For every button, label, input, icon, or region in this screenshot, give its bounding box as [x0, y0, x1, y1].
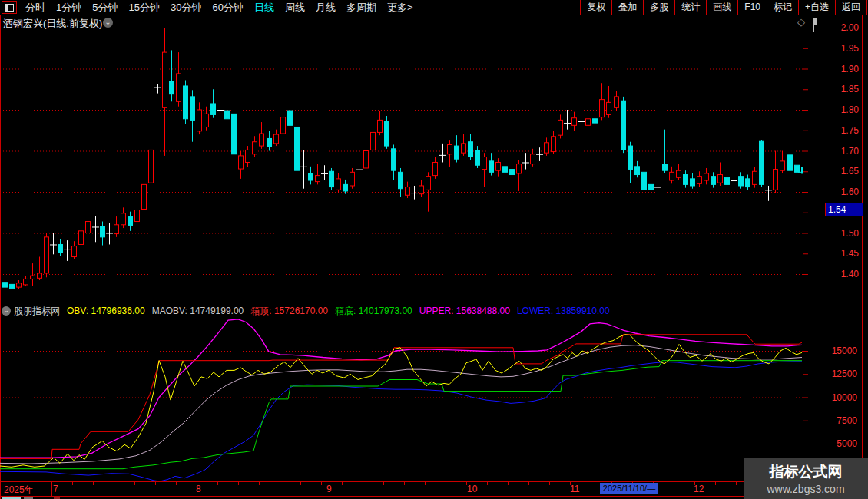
price-label: 1.65 — [805, 166, 859, 177]
period-tab-8[interactable]: 周线 — [280, 0, 310, 15]
obv-line — [0, 335, 802, 468]
indicator-source-label[interactable]: 股朋指标网 — [14, 305, 60, 318]
price-label: 1.40 — [805, 269, 859, 279]
selected-date-label: 2025/11/10/— — [600, 483, 658, 494]
price-label: 1.75 — [805, 125, 859, 136]
toolbar-buttons: 复权叠加多股统计画线F10标记+自选返回 — [580, 0, 867, 15]
toolbar-button-4[interactable]: 统计 — [674, 0, 706, 15]
period-tab-3[interactable]: 5分钟 — [87, 0, 123, 15]
chart-title: 酒钢宏兴(日线.前复权) — [3, 17, 102, 31]
app-window: 分时1分钟5分钟15分钟30分钟60分钟日线周线月线多周期更多> 复权叠加多股统… — [0, 0, 868, 499]
period-tab-11[interactable]: 更多> — [382, 0, 419, 15]
period-tab-7[interactable]: 日线 — [249, 0, 280, 15]
price-label: 1.60 — [805, 187, 859, 197]
legend-item-obv: OBV: 14796936.00 — [67, 306, 145, 316]
price-label: 1.80 — [805, 104, 859, 115]
period-tab-4[interactable]: 15分钟 — [123, 0, 164, 15]
period-tab-5[interactable]: 30分钟 — [165, 0, 207, 15]
upper-line — [0, 319, 802, 458]
price-label: 1.95 — [805, 43, 859, 54]
toolbar-button-2[interactable]: 叠加 — [611, 0, 643, 15]
indicator-value-label: 7500 — [805, 415, 857, 426]
legend-item-箱底: 箱底: 14017973.00 — [335, 305, 412, 318]
indicator-legend: ⌄ 股朋指标网 OBV: 14796936.00MAOBV: 14749199.… — [2, 306, 617, 316]
watermark-title: 指标公式网 — [744, 462, 868, 482]
legend-item-箱顶: 箱顶: 15726170.00 — [250, 305, 328, 318]
year-label: 2025年 — [4, 484, 34, 497]
price-label: 1.50 — [805, 228, 859, 239]
top-menu-bar: 分时1分钟5分钟15分钟30分钟60分钟日线周线月线多周期更多> 复权叠加多股统… — [0, 0, 868, 15]
indicator-lines-layer — [0, 319, 802, 481]
candles-layer — [3, 28, 807, 291]
toolbar-button-9[interactable]: 返回 — [835, 0, 867, 15]
month-label-10: 10 — [467, 484, 477, 494]
watermark-url: www.zbgs3.com — [744, 483, 868, 495]
indicator-value-label: 12500 — [805, 368, 857, 379]
price-label: 1.85 — [805, 84, 859, 94]
price-label: 1.90 — [805, 64, 859, 74]
price-label: 1.45 — [805, 248, 859, 259]
period-tab-9[interactable]: 月线 — [310, 0, 341, 15]
boxtop-line — [0, 335, 802, 459]
price-label: 2.00 — [805, 22, 859, 33]
window-layout-icon[interactable] — [2, 1, 17, 14]
diamond-icon[interactable]: ◇ — [797, 16, 805, 28]
month-label-11: 11 — [570, 484, 579, 494]
legend-item-lower: LOWER: 13859910.00 — [517, 306, 610, 316]
toolbar-button-8[interactable]: +自选 — [798, 0, 835, 15]
price-label: 1.70 — [805, 146, 859, 157]
month-label-8: 8 — [196, 484, 201, 494]
period-tabs: 分时1分钟5分钟15分钟30分钟60分钟日线周线月线多周期更多> — [20, 0, 418, 15]
month-label-7: 7 — [53, 484, 58, 494]
toolbar-button-7[interactable]: 标记 — [767, 0, 798, 15]
period-tab-6[interactable]: 60分钟 — [207, 0, 248, 15]
legend-item-maobv: MAOBV: 14749199.00 — [152, 306, 244, 316]
date-axis: 2025年 2025/11/10/— 789101112 — [0, 482, 862, 496]
period-tab-2[interactable]: 1分钟 — [51, 0, 87, 15]
toolbar-button-1[interactable]: 复权 — [580, 0, 611, 15]
last-price-badge: 1.54 — [825, 203, 863, 216]
toolbar-button-6[interactable]: F10 — [737, 0, 767, 15]
chart-canvas[interactable] — [0, 0, 868, 499]
toolbar-button-3[interactable]: 多股 — [643, 0, 674, 15]
indicator-value-label: 10000 — [805, 392, 857, 403]
legend-item-upper: UPPER: 15638488.00 — [419, 306, 510, 316]
indicator-value-label: 5000 — [805, 438, 857, 449]
toolbar-button-5[interactable]: 画线 — [706, 0, 737, 15]
boxbottom-line — [0, 361, 802, 469]
legend-chevron-down-icon[interactable]: ⌄ — [2, 306, 11, 316]
period-tab-1[interactable]: 分时 — [20, 0, 51, 15]
month-label-12: 12 — [694, 484, 704, 494]
watermark: 指标公式网 www.zbgs3.com — [744, 458, 868, 499]
title-chevron-down-icon[interactable]: ⌄ — [103, 18, 113, 28]
month-label-9: 9 — [326, 484, 332, 494]
indicator-value-label: 15000 — [805, 345, 857, 356]
period-tab-10[interactable]: 多周期 — [341, 0, 382, 15]
